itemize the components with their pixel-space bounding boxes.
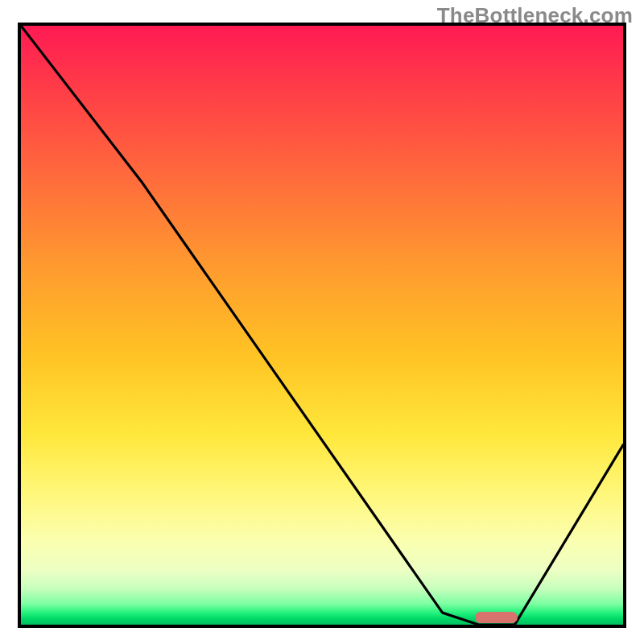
plot-area: [18, 23, 626, 628]
optimal-range-marker: [475, 612, 518, 623]
bottleneck-curve: [21, 26, 623, 625]
chart-stage: TheBottleneck.com: [0, 0, 644, 644]
